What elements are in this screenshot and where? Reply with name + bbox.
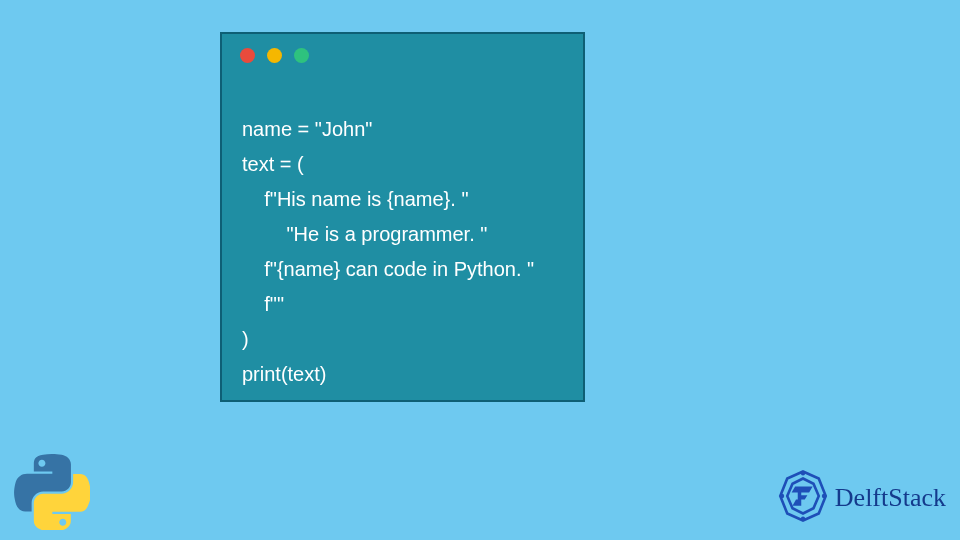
code-line: text = ( — [242, 153, 304, 175]
code-window: name = "John" text = ( f"His name is {na… — [220, 32, 585, 402]
window-titlebar — [222, 34, 583, 69]
code-line: name = "John" — [242, 118, 372, 140]
delftstack-logo: DelftStack — [775, 468, 946, 528]
svg-marker-2 — [791, 486, 812, 505]
svg-point-3 — [801, 471, 805, 475]
code-block: name = "John" text = ( f"His name is {na… — [222, 69, 583, 445]
code-line: f"His name is {name}. " — [242, 188, 469, 210]
brand-name: DelftStack — [835, 483, 946, 513]
delft-emblem-icon — [775, 468, 831, 528]
code-line: f"{name} can code in Python. " — [242, 258, 534, 280]
minimize-icon — [267, 48, 282, 63]
code-line: f"" — [242, 293, 284, 315]
maximize-icon — [294, 48, 309, 63]
code-line: print(text) — [242, 363, 326, 385]
svg-point-4 — [822, 494, 826, 498]
python-icon — [14, 454, 90, 530]
svg-point-6 — [780, 494, 784, 498]
code-line: "He is a programmer. " — [242, 223, 487, 245]
code-line: ) — [242, 328, 249, 350]
svg-point-5 — [801, 517, 805, 521]
close-icon — [240, 48, 255, 63]
